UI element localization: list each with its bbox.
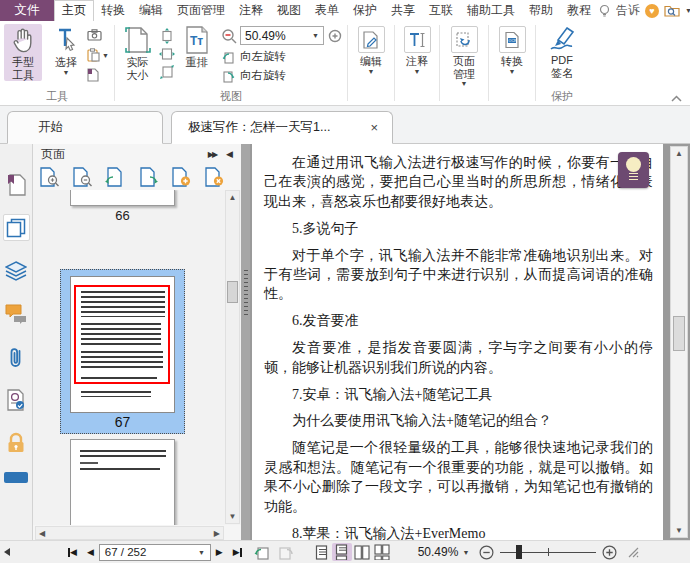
facing-view-icon[interactable] <box>352 543 372 561</box>
page-combo-caret-icon: ▼ <box>198 549 205 556</box>
menu-tab-form[interactable]: 表单 <box>308 1 346 21</box>
zoom-in-page-icon[interactable] <box>37 166 61 188</box>
menu-tab-convert[interactable]: 转换 <box>94 1 132 21</box>
delete-page-icon[interactable] <box>202 166 226 188</box>
attachments-panel-icon[interactable] <box>3 343 30 370</box>
hide-panel-icon[interactable] <box>4 548 10 556</box>
previous-page-button[interactable]: ◀ <box>87 547 94 557</box>
splitter-handle-icon[interactable] <box>244 270 248 316</box>
single-page-view-icon[interactable] <box>312 543 332 561</box>
edit-button[interactable]: 编辑 ▼ <box>352 24 390 75</box>
fit-page-icon[interactable] <box>159 28 175 44</box>
thumbnail-vertical-scrollbar[interactable]: ▲ ▼ <box>225 190 240 524</box>
statusbar-zoom-control[interactable]: 50.49% ▼ <box>418 545 470 559</box>
zoom-slider[interactable] <box>500 545 596 559</box>
bookmarks-panel-icon[interactable] <box>3 171 30 198</box>
window-resize-grip[interactable] <box>627 546 639 558</box>
scroll-down-icon[interactable]: ▼ <box>226 512 239 521</box>
zoom-level-combobox[interactable]: 50.49% ▼ <box>240 26 324 45</box>
continuous-view-icon[interactable] <box>332 543 352 561</box>
first-page-button[interactable]: ◀ <box>68 547 77 557</box>
tab-active-document[interactable]: 极速写作：怎样一天写1... × <box>171 111 393 144</box>
signatures-panel-icon[interactable] <box>3 386 30 413</box>
search-icon[interactable] <box>664 4 680 17</box>
menu-tab-protect[interactable]: 保护 <box>346 1 384 21</box>
scrollbar-thumb[interactable] <box>227 281 238 303</box>
snapshot-button[interactable] <box>87 27 109 43</box>
pages-panel-icon[interactable] <box>3 214 30 241</box>
zoom-out-page-icon[interactable] <box>70 166 94 188</box>
panel-expand-icon[interactable]: ▶▶ <box>208 150 216 159</box>
menu-tab-view[interactable]: 视图 <box>270 1 308 21</box>
thumbnail-page-66[interactable] <box>70 190 175 206</box>
pdf-sign-button[interactable]: PDF 签名 <box>540 24 584 79</box>
ribbon-group-view: 实际 大小 Tт 重排 <box>115 21 347 105</box>
document-text: 在通过用讯飞输入法进行极速写作的时候，你要有一种自己在表演的感觉，要把自己心里当… <box>264 153 653 543</box>
zoom-out-button[interactable] <box>479 545 494 560</box>
signature-pen-icon <box>547 26 577 52</box>
layers-panel-icon[interactable] <box>3 257 30 284</box>
comments-panel-icon[interactable] <box>3 300 30 327</box>
continuous-facing-view-icon[interactable] <box>372 543 392 561</box>
rotate-left-button[interactable]: 向左旋转 <box>221 49 343 64</box>
zoom-in-icon[interactable] <box>327 28 343 44</box>
tab-start[interactable]: 开始 <box>7 111 163 144</box>
document-vertical-scrollbar[interactable]: ▲ ▼ <box>670 146 688 538</box>
thumbnail-page-67-selected[interactable]: 67 <box>60 269 185 434</box>
page-management-button[interactable]: 页面 管理 ▼ <box>444 24 484 87</box>
rotate-right-button[interactable]: 向右旋转 <box>221 68 343 83</box>
thumb-text-block <box>80 468 160 472</box>
tellme-label[interactable]: 告诉 <box>616 2 640 19</box>
select-tool-button[interactable]: 选择 ▼ <box>47 24 85 76</box>
scroll-up-icon[interactable]: ▲ <box>671 149 687 158</box>
menu-tab-home[interactable]: 主页 <box>54 0 94 22</box>
menu-tab-edit[interactable]: 编辑 <box>132 1 170 21</box>
zoom-slider-knob[interactable] <box>516 545 522 559</box>
menu-tab-tutorial[interactable]: 教程 <box>560 1 598 21</box>
menu-tab-comment[interactable]: 注释 <box>232 1 270 21</box>
zoom-out-icon[interactable] <box>221 28 237 44</box>
current-view-indicator[interactable] <box>74 285 170 384</box>
rotate-page-right-icon[interactable] <box>136 166 160 188</box>
clipboard-button[interactable]: ▼ <box>87 47 109 63</box>
previous-view-icon[interactable] <box>254 545 270 560</box>
scroll-up-icon[interactable]: ▲ <box>226 193 239 202</box>
insert-page-button[interactable] <box>87 67 109 83</box>
menu-tab-share[interactable]: 共享 <box>384 1 422 21</box>
scroll-down-icon[interactable]: ▼ <box>671 526 687 535</box>
menu-tab-accessibility[interactable]: 辅助工具 <box>460 1 522 21</box>
actual-size-button[interactable]: 实际 大小 <box>119 24 156 81</box>
tellme-bulb-icon[interactable] <box>598 4 611 18</box>
zoom-in-button[interactable] <box>602 545 617 560</box>
ribbon-collapse-icon[interactable] <box>671 95 682 102</box>
scroll-left-icon[interactable]: ◀ <box>39 529 45 538</box>
next-page-button[interactable]: ▶ <box>216 547 223 557</box>
menu-tab-page-organize[interactable]: 页面管理 <box>170 1 232 21</box>
search-caret-icon[interactable]: ▼ <box>685 7 690 14</box>
menu-tab-connect[interactable]: 互联 <box>422 1 460 21</box>
tab-close-icon[interactable]: × <box>366 120 382 135</box>
next-view-icon[interactable] <box>278 545 294 560</box>
panel-collapse-icon[interactable]: ◀ <box>226 149 233 159</box>
file-menu-button[interactable]: 文件 <box>0 0 54 21</box>
thumbnail-page-68[interactable] <box>70 439 175 525</box>
rotate-page-left-icon[interactable] <box>103 166 127 188</box>
insert-page-icon[interactable] <box>169 166 193 188</box>
fit-width-icon[interactable] <box>159 47 175 61</box>
assistant-bulb-button[interactable] <box>618 152 649 188</box>
menu-tab-help[interactable]: 帮助 <box>522 1 560 21</box>
tab-document-title: 极速写作：怎样一天写1... <box>188 119 330 136</box>
convert-button[interactable]: OCR 转换 ▼ <box>493 24 531 75</box>
comment-button[interactable]: 注释 ▼ <box>399 24 435 75</box>
page-number-combobox[interactable]: 67 / 252 ▼ <box>99 544 211 561</box>
scroll-right-icon[interactable]: ▶ <box>214 529 220 538</box>
reflow-button[interactable]: Tт 重排 <box>178 24 215 69</box>
fit-visible-icon[interactable] <box>159 64 175 80</box>
thumbnail-horizontal-scrollbar[interactable]: ◀ ▶ <box>35 526 224 540</box>
security-panel-icon[interactable] <box>3 429 30 456</box>
scrollbar-thumb[interactable] <box>673 316 685 351</box>
heart-icon[interactable]: ♥ <box>645 4 659 18</box>
last-page-button[interactable]: ▶ <box>233 547 242 557</box>
hand-tool-button[interactable]: 手型 工具 <box>4 24 42 81</box>
panel-splitter[interactable] <box>241 144 250 540</box>
